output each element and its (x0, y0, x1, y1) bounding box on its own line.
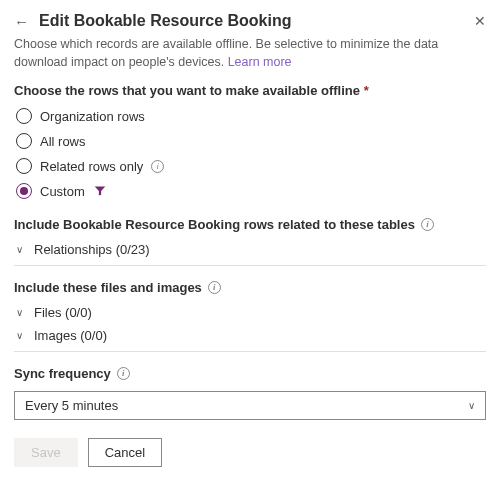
chevron-down-icon: ∨ (16, 244, 28, 255)
rows-section-label: Choose the rows that you want to make av… (14, 83, 486, 98)
rows-radio-group: Organization rows All rows Related rows … (14, 108, 486, 199)
radio-icon (16, 133, 32, 149)
sync-frequency-select[interactable]: Every 5 minutes ∨ (14, 391, 486, 420)
radio-icon (16, 158, 32, 174)
radio-label: All rows (40, 134, 86, 149)
dialog-header: ← Edit Bookable Resource Booking ✕ (14, 12, 486, 30)
relationships-label: Relationships (0/23) (34, 242, 150, 257)
filter-icon[interactable] (93, 184, 107, 198)
info-icon[interactable]: i (421, 218, 434, 231)
relationships-expander[interactable]: ∨ Relationships (0/23) (14, 242, 486, 257)
required-indicator: * (364, 83, 369, 98)
info-icon[interactable]: i (208, 281, 221, 294)
radio-icon (16, 183, 32, 199)
sync-frequency-value: Every 5 minutes (25, 398, 118, 413)
info-icon[interactable]: i (151, 160, 164, 173)
dialog-title: Edit Bookable Resource Booking (39, 12, 464, 30)
files-label: Files (0/0) (34, 305, 92, 320)
files-expander[interactable]: ∨ Files (0/0) (14, 305, 486, 320)
back-arrow-icon[interactable]: ← (14, 14, 29, 29)
dialog-description: Choose which records are available offli… (14, 36, 486, 71)
chevron-down-icon: ∨ (468, 400, 475, 411)
description-text: Choose which records are available offli… (14, 37, 438, 69)
chevron-down-icon: ∨ (16, 330, 28, 341)
related-tables-heading: Include Bookable Resource Booking rows r… (14, 217, 486, 232)
radio-label: Custom (40, 184, 85, 199)
radio-icon (16, 108, 32, 124)
sync-frequency-label: Sync frequency i (14, 366, 486, 381)
dialog-buttons: Save Cancel (14, 438, 486, 467)
related-tables-heading-text: Include Bookable Resource Booking rows r… (14, 217, 415, 232)
radio-organization-rows[interactable]: Organization rows (16, 108, 486, 124)
images-label: Images (0/0) (34, 328, 107, 343)
separator (14, 265, 486, 266)
sync-frequency-label-text: Sync frequency (14, 366, 111, 381)
radio-related-rows-only[interactable]: Related rows only i (16, 158, 486, 174)
rows-section-label-text: Choose the rows that you want to make av… (14, 83, 360, 98)
radio-label: Organization rows (40, 109, 145, 124)
close-icon[interactable]: ✕ (474, 13, 486, 29)
cancel-button[interactable]: Cancel (88, 438, 162, 467)
info-icon[interactable]: i (117, 367, 130, 380)
learn-more-link[interactable]: Learn more (228, 55, 292, 69)
radio-custom[interactable]: Custom (16, 183, 486, 199)
chevron-down-icon: ∨ (16, 307, 28, 318)
files-images-heading-text: Include these files and images (14, 280, 202, 295)
separator (14, 351, 486, 352)
radio-all-rows[interactable]: All rows (16, 133, 486, 149)
save-button: Save (14, 438, 78, 467)
radio-label: Related rows only (40, 159, 143, 174)
images-expander[interactable]: ∨ Images (0/0) (14, 328, 486, 343)
files-images-heading: Include these files and images i (14, 280, 486, 295)
